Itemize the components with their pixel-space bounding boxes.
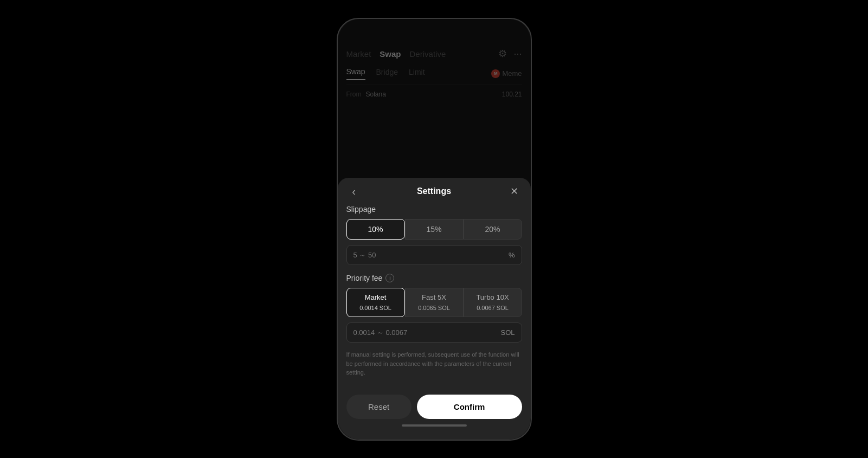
priority-fee-label: Priority fee — [346, 274, 383, 282]
slippage-option-1[interactable]: 15% — [405, 219, 464, 240]
slippage-unit: % — [509, 251, 515, 259]
slippage-label: Slippage — [346, 205, 522, 214]
fee-option-turbo[interactable]: Turbo 10X 0.0067 SOL — [464, 288, 522, 317]
fee-option-market-title: Market — [349, 293, 402, 302]
priority-fee-section: Priority fee i Market 0.0014 SOL Fast 5X… — [346, 274, 522, 377]
slippage-option-0[interactable]: 10% — [346, 219, 405, 240]
priority-fee-unit: SOL — [500, 328, 515, 337]
fee-option-turbo-title: Turbo 10X — [466, 293, 519, 302]
modal-title: Settings — [417, 186, 451, 196]
settings-modal: ‹ Settings ✕ Slippage 10% 15% 20% % — [338, 178, 531, 439]
slippage-input[interactable] — [353, 251, 509, 259]
fee-option-fast[interactable]: Fast 5X 0.0065 SOL — [405, 288, 464, 317]
close-button[interactable]: ✕ — [507, 184, 522, 199]
fee-option-turbo-value: 0.0067 SOL — [466, 304, 519, 312]
home-indicator — [402, 424, 467, 427]
slippage-options: 10% 15% 20% — [346, 219, 522, 240]
slippage-section: Slippage 10% 15% 20% % — [346, 205, 522, 265]
priority-fee-options: Market 0.0014 SOL Fast 5X 0.0065 SOL Tur… — [346, 288, 522, 317]
fee-option-market-value: 0.0014 SOL — [349, 304, 402, 312]
priority-fee-input[interactable] — [353, 328, 501, 337]
fee-option-fast-value: 0.0065 SOL — [408, 304, 461, 312]
info-icon[interactable]: i — [385, 274, 394, 282]
modal-header: ‹ Settings ✕ — [338, 178, 531, 203]
fee-option-market[interactable]: Market 0.0014 SOL — [346, 288, 405, 317]
modal-body: Slippage 10% 15% 20% % Priority fee — [338, 203, 531, 385]
back-button[interactable]: ‹ — [346, 184, 362, 199]
slippage-option-2[interactable]: 20% — [464, 219, 522, 240]
phone-frame: Market Swap Derivative ⚙ ··· Swap Bridge… — [337, 18, 532, 441]
modal-overlay: ‹ Settings ✕ Slippage 10% 15% 20% % — [338, 19, 531, 440]
fee-option-fast-title: Fast 5X — [408, 293, 461, 302]
priority-fee-input-row: SOL — [346, 322, 522, 343]
modal-footer: Reset Confirm — [338, 395, 531, 419]
priority-fee-label-row: Priority fee i — [346, 274, 522, 282]
reset-button[interactable]: Reset — [346, 395, 412, 419]
slippage-input-row: % — [346, 245, 522, 265]
confirm-button[interactable]: Confirm — [417, 395, 522, 419]
notice-text: If manual setting is performed, subseque… — [346, 350, 522, 377]
